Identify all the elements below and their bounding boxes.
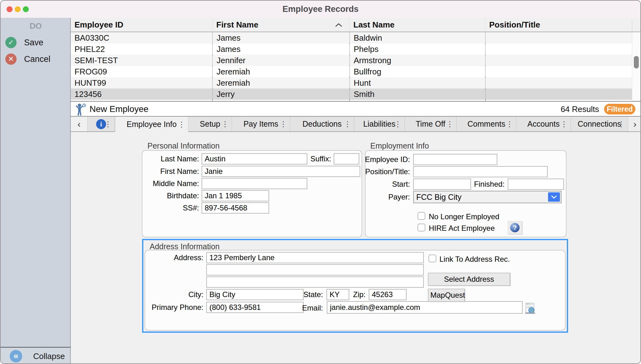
zip-field[interactable]: [369, 289, 407, 300]
cancel-button[interactable]: ✕ Cancel: [1, 53, 70, 65]
tab-employee-info[interactable]: Employee Info ⋮: [115, 117, 188, 132]
tab-bar: ‹ i ⋮ Employee Info ⋮ Setup ⋮ Pay Items …: [71, 116, 641, 132]
zip-label: Zip:: [348, 289, 366, 300]
cell-position: [485, 55, 632, 66]
filtered-badge[interactable]: Filtered: [604, 104, 635, 114]
table-row[interactable]: FROG09 Jeremiah Bullfrog: [71, 66, 632, 77]
tab-pay-items[interactable]: Pay Items ⋮: [232, 117, 290, 131]
primary-phone-field[interactable]: [206, 302, 304, 313]
tabs-scroll-left-button[interactable]: ‹: [71, 117, 88, 131]
tab-label: Setup: [200, 119, 220, 129]
results-count: 64 Results: [561, 102, 599, 117]
kebab-icon[interactable]: ⋮: [446, 120, 454, 129]
kebab-icon[interactable]: ⋮: [618, 120, 625, 129]
payer-label: Payer:: [351, 191, 410, 203]
tab-comments[interactable]: Comments ⋮: [457, 117, 516, 131]
tab-accounts[interactable]: Accounts ⋮: [516, 117, 571, 131]
address-line1-field[interactable]: [206, 252, 424, 263]
finished-label: Finished:: [464, 179, 505, 190]
employment-section-title: Employment Info: [370, 141, 429, 150]
state-field[interactable]: [326, 289, 349, 300]
middle-name-field[interactable]: [202, 178, 307, 189]
birthdate-field[interactable]: [202, 190, 269, 201]
kebab-icon[interactable]: ⋮: [178, 120, 185, 129]
city-field[interactable]: [206, 289, 304, 300]
position-title-label: Position/Title:: [351, 166, 410, 177]
save-check-icon: ✓: [5, 37, 17, 48]
table-header: Employee ID First Name Last Name Positio…: [71, 18, 641, 32]
email-label: Email:: [297, 302, 323, 314]
column-header-first-name[interactable]: First Name: [212, 18, 349, 32]
kebab-icon[interactable]: ⋮: [560, 120, 568, 129]
tab-setup[interactable]: Setup ⋮: [188, 117, 232, 131]
kebab-icon[interactable]: ⋮: [344, 120, 351, 129]
save-button[interactable]: ✓ Save: [1, 36, 70, 49]
collapse-button[interactable]: « Collapse: [1, 348, 70, 364]
tab-record-info[interactable]: i ⋮: [88, 117, 115, 131]
tab-liabilities[interactable]: Liabilities ⋮: [354, 117, 405, 131]
cell-first-name: Jennifer: [212, 55, 349, 66]
table-row[interactable]: HUNT99 Jeremiah Hunt: [71, 77, 632, 88]
tabs-scroll-right-button[interactable]: ›: [628, 117, 641, 131]
cell-employee-id: FROG09: [71, 66, 212, 77]
last-name-label: Last Name:: [135, 153, 199, 164]
cell-position: [485, 66, 632, 77]
payer-value: FCC Big City: [416, 191, 461, 203]
table-row[interactable]: PHEL22 James Phelps: [71, 43, 632, 55]
tab-time-off[interactable]: Time Off ⋮: [405, 117, 457, 131]
column-header-employee-id[interactable]: Employee ID: [71, 18, 212, 32]
record-bar: New Employee 64 Results Filtered: [71, 102, 641, 117]
cell-last-name: Bullfrog: [349, 66, 485, 77]
position-title-field[interactable]: [413, 166, 548, 177]
chevron-down-icon[interactable]: [548, 192, 560, 202]
kebab-icon[interactable]: ⋮: [279, 120, 287, 129]
record-title: New Employee: [90, 102, 148, 117]
table-row[interactable]: SEMI-TEST Jennifer Armstrong: [71, 55, 632, 66]
sort-ascending-icon: [335, 23, 342, 27]
mapquest-button[interactable]: MapQuest: [428, 289, 465, 302]
link-to-address-checkbox[interactable]: [428, 255, 436, 262]
cancel-label: Cancel: [24, 53, 50, 65]
cell-first-name: Jerry: [212, 88, 349, 100]
link-to-address-label: Link To Address Rec.: [439, 255, 510, 263]
start-label: Start:: [351, 179, 410, 190]
vertical-scrollbar-thumb[interactable]: [634, 56, 639, 68]
kebab-icon[interactable]: ⋮: [506, 120, 513, 129]
column-header-first-name-label: First Name: [216, 20, 258, 29]
column-header-last-name[interactable]: Last Name: [349, 18, 485, 32]
collapse-chevrons-icon: «: [10, 350, 22, 362]
payer-dropdown[interactable]: FCC Big City: [413, 191, 562, 203]
kebab-icon[interactable]: ⋮: [104, 120, 112, 129]
kebab-icon[interactable]: ⋮: [394, 120, 402, 129]
table-row-selected[interactable]: 123456 Jerry Smith: [71, 88, 632, 100]
last-name-field[interactable]: [202, 153, 307, 164]
app-window: Employee Records DO ✓ Save ✕ Cancel « Co…: [0, 0, 641, 364]
start-field[interactable]: [413, 179, 471, 190]
kebab-icon[interactable]: ⋮: [221, 120, 229, 129]
tab-connections[interactable]: Connections ⋮: [571, 117, 628, 131]
address-line2-field[interactable]: [206, 264, 424, 276]
no-longer-employed-checkbox[interactable]: [418, 212, 425, 220]
email-field[interactable]: [327, 301, 523, 314]
cell-last-name: Hunt: [349, 77, 485, 88]
ss-number-field[interactable]: [202, 202, 269, 214]
cell-position: [485, 88, 632, 100]
address-line3-field[interactable]: [206, 276, 424, 288]
employee-id-field[interactable]: [413, 154, 497, 165]
tab-label: Comments: [468, 119, 505, 129]
email-client-icon[interactable]: [525, 303, 535, 314]
cell-employee-id: PHEL22: [71, 43, 212, 55]
column-header-position-title[interactable]: Position/Title: [485, 18, 641, 32]
select-address-button[interactable]: Select Address: [428, 273, 510, 286]
first-name-field[interactable]: [202, 166, 360, 177]
primary-phone-label: Primary Phone:: [135, 302, 203, 313]
finished-field[interactable]: [508, 179, 564, 190]
cell-last-name: Phelps: [349, 43, 485, 55]
table-row[interactable]: BA0330C James Baldwin: [71, 32, 632, 43]
hire-act-help-button[interactable]: ?: [508, 221, 522, 234]
tab-deductions[interactable]: Deductions ⋮: [290, 117, 354, 131]
cancel-x-icon: ✕: [5, 53, 17, 65]
personal-section-title: Personal Information: [147, 141, 220, 150]
hire-act-checkbox[interactable]: [418, 224, 425, 231]
header-gutter-separator: [632, 20, 632, 32]
